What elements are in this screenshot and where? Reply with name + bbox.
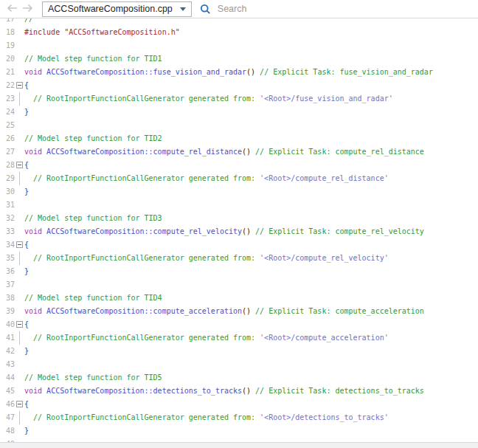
line-number: 36 — [0, 265, 15, 278]
code-text: // Model step function for TID4 — [24, 292, 162, 305]
code-token-str: #include "ACCSoftwareComposition.h" — [24, 28, 180, 36]
fold-column — [15, 278, 24, 292]
fold-column — [15, 212, 24, 225]
code-line: 43 — [0, 358, 478, 371]
code-line: 39void ACCSoftwareComposition::compute_a… — [0, 305, 478, 318]
code-line: 40{ — [0, 318, 478, 331]
code-line: 19 — [0, 39, 478, 52]
code-token-cm: // Model step function for TID4 — [24, 294, 162, 302]
fold-column — [15, 132, 24, 145]
fold-guide-line — [19, 331, 20, 345]
code-text: // RootInportFunctionCallGenerator gener… — [24, 411, 389, 424]
line-number: 34 — [0, 238, 15, 252]
fold-column — [15, 371, 24, 385]
code-text: // Model step function for TID5 — [24, 371, 162, 385]
code-text: #include "ACCSoftwareComposition.h" — [24, 26, 180, 39]
code-line: 35 // RootInportFunctionCallGenerator ge… — [0, 252, 478, 265]
line-number: 22 — [0, 79, 15, 92]
fold-collapse-icon[interactable] — [16, 401, 23, 407]
line-number: 32 — [0, 212, 15, 225]
code-token-cm: // Explicit Task: fuse_vision_and_radar — [260, 68, 433, 76]
code-line: 26// Model step function for TID2 — [0, 132, 478, 145]
code-line: 36} — [0, 265, 478, 278]
fold-column — [15, 225, 24, 238]
code-line: 47 // RootInportFunctionCallGenerator ge… — [0, 411, 478, 424]
code-line: 20// Model step function for TID1 — [0, 52, 478, 66]
line-number: 43 — [0, 358, 15, 371]
code-text: // RootInportFunctionCallGenerator gener… — [24, 92, 393, 106]
code-line: 31 — [0, 199, 478, 212]
code-token-br: { — [24, 81, 29, 89]
line-number: 48 — [0, 424, 15, 438]
fold-column — [15, 159, 24, 172]
code-text: { — [24, 79, 29, 92]
code-token-cm: // Model step function for TID2 — [24, 134, 162, 142]
code-text: } — [24, 424, 29, 438]
fold-column — [15, 172, 24, 185]
code-token-cm: // RootInportFunctionCallGenerator gener… — [24, 334, 260, 342]
code-text: } — [24, 185, 29, 199]
code-token-id: ACCSoftwareComposition::detections_to_tr… — [46, 387, 242, 395]
file-selector-dropdown[interactable]: ACCSoftwareComposition.cpp — [42, 1, 192, 17]
line-number: 38 — [0, 292, 15, 305]
fold-column — [15, 119, 24, 132]
code-line: 42} — [0, 345, 478, 358]
code-token-pl: () — [242, 307, 255, 315]
code-line: 28{ — [0, 159, 478, 172]
forward-button[interactable] — [20, 1, 35, 16]
line-number: 25 — [0, 119, 15, 132]
line-number: 24 — [0, 106, 15, 119]
fold-guide-line — [19, 411, 20, 424]
code-token-br: { — [24, 241, 29, 249]
code-text: // — [24, 18, 33, 26]
code-token-cm: // Model step function for TID3 — [24, 214, 162, 222]
code-token-br: } — [24, 427, 29, 435]
line-number: 31 — [0, 199, 15, 212]
fold-column — [15, 106, 24, 119]
horizontal-scrollbar[interactable] — [0, 442, 478, 448]
code-text: { — [24, 238, 29, 252]
code-token-cm: // Explicit Task: compute_acceleration — [255, 307, 424, 315]
chevron-down-icon — [180, 7, 186, 11]
code-token-id: ACCSoftwareComposition::compute_accelera… — [46, 307, 242, 315]
code-editor[interactable]: 17//18#include "ACCSoftwareComposition.h… — [0, 18, 478, 448]
code-token-pstr: '<Root>/compute_acceleration' — [260, 334, 389, 342]
fold-column — [15, 252, 24, 265]
code-line: 46{ — [0, 398, 478, 411]
fold-collapse-icon[interactable] — [16, 241, 23, 248]
fold-collapse-icon[interactable] — [16, 82, 23, 89]
code-line: 44// Model step function for TID5 — [0, 371, 478, 385]
fold-guide-line — [19, 172, 20, 185]
line-number: 40 — [0, 318, 15, 331]
code-token-cm: // Model step function for TID1 — [24, 55, 162, 63]
line-number: 26 — [0, 132, 15, 145]
fold-column — [15, 92, 24, 106]
fold-column — [15, 79, 24, 92]
code-text: void ACCSoftwareComposition::fuse_vision… — [24, 66, 433, 79]
code-text: } — [24, 345, 29, 358]
line-number: 46 — [0, 398, 15, 411]
code-line: 38// Model step function for TID4 — [0, 292, 478, 305]
fold-column — [15, 39, 24, 52]
code-token-pl: () — [242, 148, 255, 156]
line-number: 42 — [0, 345, 15, 358]
code-line: 24} — [0, 106, 478, 119]
code-token-id: ACCSoftwareComposition::fuse_vision_and_… — [46, 68, 246, 76]
code-token-cm: // RootInportFunctionCallGenerator gener… — [24, 174, 260, 182]
code-token-pstr: '<Root>/compute_rel_distance' — [260, 174, 389, 182]
code-token-pl: () — [242, 227, 255, 235]
code-text: // RootInportFunctionCallGenerator gener… — [24, 252, 389, 265]
code-token-pstr: '<Root>/compute_rel_velocity' — [260, 254, 389, 262]
code-line: 30} — [0, 185, 478, 199]
back-button[interactable] — [4, 1, 20, 16]
fold-collapse-icon[interactable] — [16, 162, 23, 168]
code-token-br: } — [24, 187, 29, 196]
code-token-br: } — [24, 267, 29, 275]
fold-column — [15, 331, 24, 345]
code-line: 21void ACCSoftwareComposition::fuse_visi… — [0, 66, 478, 79]
code-line: 18#include "ACCSoftwareComposition.h" — [0, 26, 478, 39]
code-token-cm: // RootInportFunctionCallGenerator gener… — [24, 254, 260, 262]
search-input[interactable] — [216, 3, 285, 15]
fold-column — [15, 265, 24, 278]
fold-collapse-icon[interactable] — [16, 321, 23, 328]
